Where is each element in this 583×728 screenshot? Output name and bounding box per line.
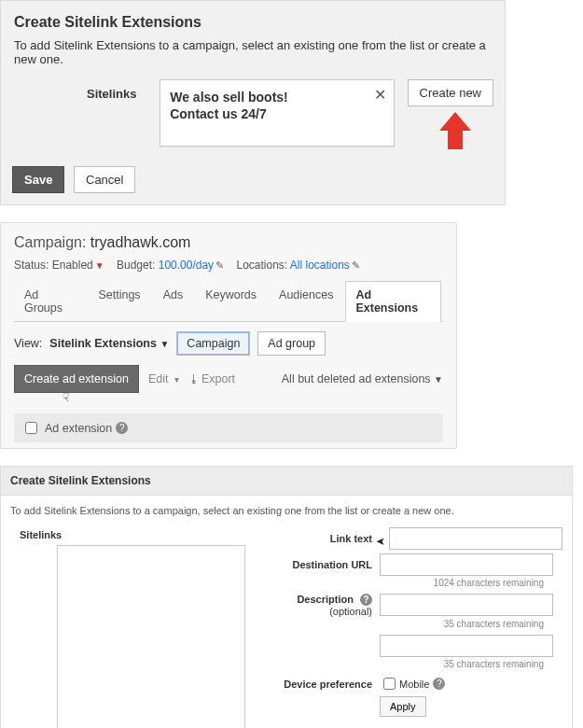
save-button[interactable]: Save: [12, 166, 64, 193]
budget-label: Budget:: [117, 259, 155, 272]
tab-settings[interactable]: Settings: [88, 281, 150, 321]
view-label: View:: [14, 337, 42, 350]
create-ad-extension-button[interactable]: Create ad extension: [14, 365, 139, 393]
sitelinks-label: Sitelinks: [87, 79, 146, 101]
cursor-hand-icon: ☟: [62, 391, 492, 404]
locations-value[interactable]: All locations: [290, 259, 350, 272]
export-label: Export: [201, 372, 235, 385]
tab-ad-extensions[interactable]: Ad Extensions: [345, 281, 441, 322]
export-button[interactable]: ⭳Export: [188, 372, 235, 385]
apply-button[interactable]: Apply: [380, 696, 426, 717]
tab-keywords[interactable]: Keywords: [195, 281, 267, 321]
tabs: Ad Groups Settings Ads Keywords Audience…: [14, 281, 443, 322]
campaign-title: Campaign: tryadhawk.com: [14, 234, 443, 251]
download-icon: ⭳: [188, 372, 200, 385]
cancel-button[interactable]: Cancel: [74, 166, 135, 193]
panel3-subtext: To add Sitelink Extensions to a campaign…: [10, 505, 562, 516]
view-dropdown[interactable]: Sitelink Extensions ▼: [49, 337, 169, 350]
filter-label: All but deleted ad extensions: [282, 372, 431, 385]
sitelinks-label: Sitelinks: [20, 529, 62, 540]
create-new-button[interactable]: Create new: [408, 79, 493, 106]
col-ad-extension: Ad extension: [45, 422, 112, 435]
edit-label: Edit: [148, 372, 169, 385]
filter-dropdown[interactable]: All but deleted ad extensions ▼: [282, 372, 443, 385]
chevron-down-icon: ▼: [160, 339, 169, 349]
panel1-subtext: To add Sitelink Extensions to a campaign…: [14, 38, 492, 66]
description-input-1[interactable]: [380, 594, 553, 616]
table-header-row: Ad extension ?: [14, 413, 443, 442]
select-all-checkbox[interactable]: [25, 422, 37, 434]
status-value[interactable]: Enabled: [52, 259, 93, 272]
optional-label: (optional): [270, 606, 372, 617]
view-value: Sitelink Extensions: [49, 337, 157, 350]
tab-ads[interactable]: Ads: [153, 281, 194, 321]
token-line: Contact us 24/7: [170, 106, 383, 121]
char-remaining: 35 characters remaining: [270, 659, 544, 669]
mobile-checkbox[interactable]: [383, 678, 396, 690]
close-icon[interactable]: ✕: [374, 86, 386, 104]
tab-audiences[interactable]: Audiences: [269, 281, 343, 321]
edit-dropdown[interactable]: Edit: [148, 372, 179, 385]
tab-ad-groups[interactable]: Ad Groups: [14, 281, 86, 321]
mobile-label: Mobile: [399, 679, 429, 690]
pencil-icon[interactable]: ✎: [215, 259, 224, 271]
caret-down-icon[interactable]: ▼: [95, 260, 104, 271]
char-remaining: 35 characters remaining: [270, 619, 544, 629]
help-icon[interactable]: ?: [433, 678, 445, 690]
arrow-icon: [439, 112, 471, 149]
panel3-title: Create Sitelink Extensions: [1, 467, 572, 496]
panel1-title: Create Sitelink Extensions: [14, 14, 493, 31]
campaign-name: tryadhawk.com: [90, 234, 191, 250]
device-pref-label: Device preference: [270, 679, 380, 690]
description-input-2[interactable]: [380, 635, 553, 657]
description-label: Description ? (optional): [270, 594, 380, 617]
description-label-text: Description: [297, 594, 354, 605]
campaign-panel: Campaign: tryadhawk.com Status: Enabled▼…: [0, 222, 457, 449]
destination-url-input[interactable]: [380, 553, 553, 576]
create-sitelink-panel: Create Sitelink Extensions To add Siteli…: [0, 466, 573, 728]
link-text-input[interactable]: [389, 527, 562, 550]
help-icon[interactable]: ?: [360, 594, 372, 606]
campaign-prefix: Campaign:: [14, 234, 90, 250]
status-line: Status: Enabled▼ Budget: 100.00/day✎ Loc…: [14, 259, 443, 272]
scope-campaign[interactable]: Campaign: [176, 331, 250, 356]
scope-adgroup[interactable]: Ad group: [257, 331, 326, 356]
budget-value[interactable]: 100.00/day: [159, 259, 214, 272]
char-remaining: 1024 characters remaining: [270, 578, 544, 588]
help-icon[interactable]: ?: [116, 422, 128, 434]
locations-label: Locations:: [236, 259, 287, 272]
token-line: We also sell boots!: [170, 90, 383, 105]
sitelink-token-box[interactable]: We also sell boots! Contact us 24/7 ✕: [160, 79, 394, 147]
link-text-label: Link text: [270, 533, 380, 544]
destination-url-label: Destination URL: [270, 559, 380, 570]
pencil-icon[interactable]: ✎: [352, 259, 360, 271]
status-label: Status:: [14, 259, 49, 272]
sitelink-list[interactable]: [57, 545, 245, 728]
